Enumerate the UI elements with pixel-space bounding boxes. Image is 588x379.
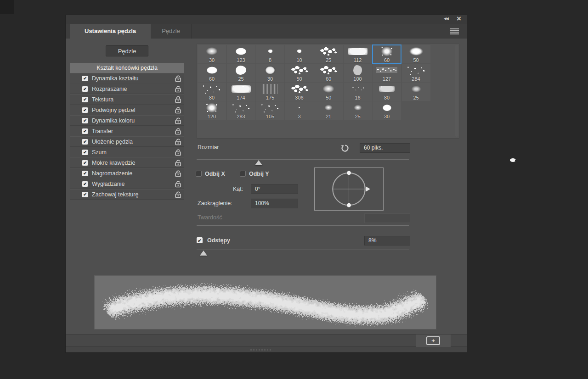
brush-thumbnail [256, 45, 284, 57]
brushes-button[interactable]: Pędzle [106, 45, 148, 56]
sidebar-item-podwojny-pedzel[interactable]: ✔Podwójny pędzel [70, 105, 184, 115]
checkbox-checked[interactable]: ✔ [82, 128, 88, 134]
brush-preset[interactable]: 25 [227, 64, 255, 82]
sidebar-item-dynamika-ksztaltu[interactable]: ✔Dynamika kształtu [70, 73, 184, 84]
panel-titlebar[interactable]: ◀◀ × [66, 15, 467, 24]
spacing-checkbox[interactable]: ✔ [197, 237, 203, 243]
checkbox-checked[interactable]: ✔ [82, 181, 88, 187]
brush-preset[interactable]: 100 [344, 64, 372, 82]
brush-preset[interactable]: 3 [285, 101, 314, 120]
sidebar-item-rozpraszanie[interactable]: ✔Rozpraszanie [70, 84, 184, 94]
flip-y-label: Odbij Y [249, 171, 269, 177]
checkbox-checked[interactable]: ✔ [82, 150, 88, 155]
panel-menu-icon[interactable] [450, 28, 459, 34]
size-slider-thumb[interactable] [255, 160, 262, 165]
checkbox-checked[interactable]: ✔ [82, 118, 88, 123]
checkbox-checked[interactable]: ✔ [82, 139, 88, 145]
spacing-slider-track[interactable] [197, 250, 409, 250]
lock-open-icon[interactable] [174, 106, 182, 114]
sidebar-item-mokre-krawedzie[interactable]: ✔Mokre krawędzie [70, 157, 184, 168]
lock-open-icon[interactable] [174, 159, 182, 167]
sidebar-item-dynamika-koloru[interactable]: ✔Dynamika koloru [70, 115, 184, 126]
sidebar-item-label: Podwójny pędzel [92, 107, 136, 113]
lock-open-icon[interactable] [174, 180, 182, 188]
brush-preset-selected[interactable]: 60 [373, 45, 401, 63]
flip-x-checkbox[interactable] [196, 171, 202, 177]
brush-preset[interactable]: 112 [344, 45, 372, 63]
checkbox-checked[interactable]: ✔ [82, 107, 88, 113]
brush-preset[interactable]: 25 [314, 45, 343, 63]
spacing-slider[interactable] [197, 250, 409, 256]
checkbox-checked[interactable]: ✔ [82, 171, 88, 176]
brush-preset[interactable]: 50 [402, 45, 430, 63]
brush-preset[interactable]: 60 [314, 64, 343, 82]
sidebar-item-label: Zachowaj teksturę [92, 191, 138, 198]
brush-preset[interactable]: 80 [373, 83, 401, 101]
checkbox-checked[interactable]: ✔ [82, 192, 88, 197]
brush-preset[interactable]: 105 [256, 101, 284, 120]
brush-preset[interactable]: 123 [227, 45, 255, 63]
sidebar-item-ulozenie-pedzla[interactable]: ✔Ułożenie pędzla [70, 136, 184, 147]
roundness-input[interactable]: 100% [251, 199, 298, 208]
spacing-slider-thumb[interactable] [200, 251, 207, 256]
lock-open-icon[interactable] [174, 190, 182, 199]
brush-preset[interactable]: 21 [314, 101, 343, 120]
angle-roundness-control[interactable] [314, 167, 384, 211]
lock-open-icon[interactable] [174, 148, 182, 156]
brush-size-label: 30 [267, 76, 273, 82]
brush-preset[interactable]: 25 [402, 83, 430, 101]
sidebar-item-brush-tip-shape[interactable]: Kształt końcówki pędzla [70, 63, 184, 73]
brush-preset[interactable]: 8 [256, 45, 284, 63]
checkbox-checked[interactable]: ✔ [82, 76, 88, 81]
lock-closed-icon[interactable] [174, 95, 182, 104]
lock-open-icon[interactable] [174, 138, 182, 146]
brush-preset[interactable]: 10 [285, 45, 314, 63]
brush-preset[interactable]: 30 [373, 101, 401, 120]
lock-open-icon[interactable] [174, 85, 182, 93]
tab-brushes[interactable]: Pędzle [151, 24, 192, 39]
size-input[interactable]: 60 piks. [360, 143, 410, 153]
sidebar-item-tekstura[interactable]: ✔Tekstura [70, 94, 184, 105]
brush-size-label: 100 [353, 76, 362, 82]
brush-preset[interactable]: 306 [285, 83, 314, 101]
sidebar-item-wygladzanie[interactable]: ✔Wygładzanie [70, 178, 184, 189]
brush-preset[interactable]: 120 [198, 101, 226, 120]
checkbox-checked[interactable]: ✔ [82, 160, 88, 166]
brush-preset[interactable]: 30 [198, 45, 226, 63]
flip-y-checkbox[interactable] [240, 171, 246, 177]
sidebar-item-zachowaj-teksture[interactable]: ✔Zachowaj teksturę [70, 189, 184, 200]
lock-open-icon[interactable] [174, 74, 182, 83]
brush-preset[interactable]: 284 [402, 64, 430, 82]
spacing-input[interactable]: 8% [364, 236, 410, 245]
close-panel-icon[interactable]: × [457, 14, 461, 23]
brush-preset[interactable]: 283 [227, 101, 255, 120]
checkbox-checked[interactable]: ✔ [82, 86, 88, 92]
brush-preset[interactable]: 175 [256, 83, 284, 101]
brush-thumbnail [227, 83, 255, 95]
checkbox-checked[interactable]: ✔ [82, 97, 88, 102]
scrollbar[interactable] [455, 45, 458, 137]
brush-preset[interactable]: 174 [227, 83, 255, 101]
size-slider-track[interactable] [197, 159, 409, 160]
lock-open-icon[interactable] [174, 169, 182, 178]
brush-preset[interactable]: 25 [344, 101, 372, 120]
angle-input[interactable]: 0° [251, 184, 298, 194]
brush-preset[interactable]: 30 [256, 64, 284, 82]
brush-preset[interactable]: 50 [314, 83, 343, 101]
brush-preset[interactable]: 50 [285, 64, 314, 82]
reset-size-icon[interactable] [340, 144, 350, 153]
collapse-panel-icon[interactable]: ◀◀ [444, 17, 448, 21]
brush-preset[interactable]: 80 [198, 83, 226, 101]
sidebar-item-transfer[interactable]: ✔Transfer [70, 126, 184, 136]
brush-preset[interactable]: 60 [198, 64, 226, 82]
new-brush-button[interactable]: + [426, 336, 440, 345]
size-slider[interactable] [197, 159, 409, 166]
lock-open-icon[interactable] [174, 127, 182, 135]
lock-open-icon[interactable] [174, 117, 182, 125]
brush-preset[interactable]: 127 [373, 64, 401, 82]
sidebar-item-nagromadzenie[interactable]: ✔Nagromadzenie [70, 168, 184, 178]
tab-brush-settings[interactable]: Ustawienia pędzla [70, 24, 151, 39]
brush-preset[interactable]: 16 [344, 83, 372, 101]
sidebar-item-szum[interactable]: ✔Szum [70, 147, 184, 157]
brush-size-label: 284 [412, 76, 420, 82]
